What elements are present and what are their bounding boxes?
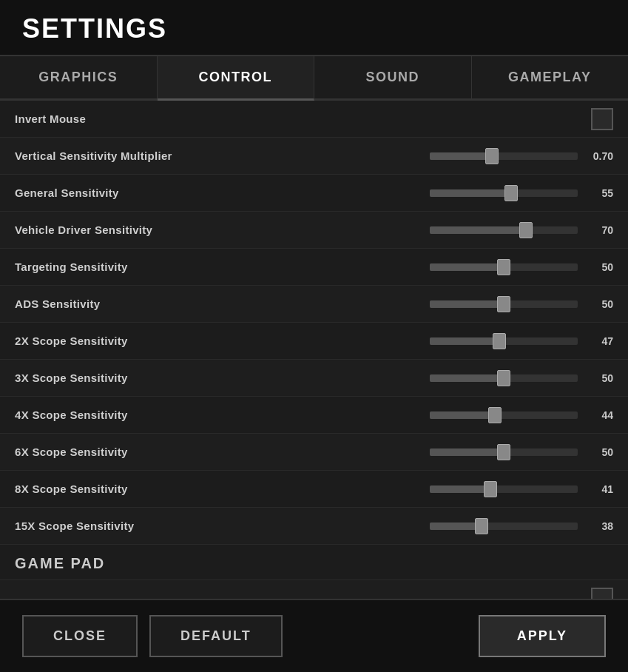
page-title: SETTINGS (22, 13, 606, 44)
setting-control-ads-sensitivity: 50 (222, 298, 613, 310)
slider-track-general-sensitivity[interactable] (430, 189, 578, 197)
setting-row-8x-scope-sensitivity: 8X Scope Sensitivity41 (0, 471, 628, 508)
setting-control-6x-scope-sensitivity: 50 (222, 446, 613, 458)
tab-graphics[interactable]: GRAPHICS (0, 56, 158, 101)
slider-track-6x-scope-sensitivity[interactable] (430, 448, 578, 456)
setting-label-ads-sensitivity: ADS Sensitivity (15, 298, 222, 310)
slider-value-15x-scope-sensitivity: 38 (585, 520, 613, 532)
setting-row-general-sensitivity: General Sensitivity55 (0, 175, 628, 212)
slider-value-ads-sensitivity: 50 (585, 298, 613, 310)
setting-control-targeting-sensitivity: 50 (222, 261, 613, 273)
slider-value-6x-scope-sensitivity: 50 (585, 446, 613, 458)
slider-track-vehicle-driver-sensitivity[interactable] (430, 226, 578, 234)
setting-row-ads-sensitivity: ADS Sensitivity50 (0, 286, 628, 323)
tabs-bar: GRAPHICSCONTROLSOUNDGAMEPLAY (0, 56, 628, 101)
slider-value-2x-scope-sensitivity: 47 (585, 335, 613, 347)
setting-row-15x-scope-sensitivity: 15X Scope Sensitivity38 (0, 508, 628, 545)
setting-label-invert-mouse: Invert Mouse (15, 112, 222, 125)
footer: CLOSE DEFAULT APPLY (0, 599, 628, 672)
checkbox-invert-mouse[interactable] (591, 108, 613, 130)
setting-label-vertical-sensitivity: Vertical Sensitivity Multiplier (15, 149, 222, 162)
setting-label-general-sensitivity: General Sensitivity (15, 187, 222, 199)
slider-track-15x-scope-sensitivity[interactable] (430, 523, 578, 530)
setting-control-invert-mouse (222, 108, 613, 130)
slider-value-vehicle-driver-sensitivity: 70 (585, 224, 613, 236)
slider-value-general-sensitivity: 55 (585, 187, 613, 199)
slider-track-ads-sensitivity[interactable] (430, 300, 578, 308)
slider-thumb-vertical-sensitivity[interactable] (485, 148, 499, 164)
tab-gameplay[interactable]: GAMEPLAY (472, 56, 629, 101)
setting-row-vertical-sensitivity: Vertical Sensitivity Multiplier0.70 (0, 138, 628, 175)
setting-label-6x-scope-sensitivity: 6X Scope Sensitivity (15, 446, 222, 458)
slider-thumb-15x-scope-sensitivity[interactable] (475, 518, 488, 534)
setting-label-2x-scope-sensitivity: 2X Scope Sensitivity (15, 335, 222, 347)
slider-thumb-4x-scope-sensitivity[interactable] (488, 407, 502, 423)
setting-row-invert-mouse: Invert Mouse (0, 101, 628, 138)
setting-row-6x-scope-sensitivity: 6X Scope Sensitivity50 (0, 434, 628, 471)
slider-value-targeting-sensitivity: 50 (585, 261, 613, 273)
slider-track-4x-scope-sensitivity[interactable] (430, 411, 578, 419)
apply-button[interactable]: APPLY (479, 615, 606, 657)
slider-track-2x-scope-sensitivity[interactable] (430, 337, 578, 345)
slider-thumb-3x-scope-sensitivity[interactable] (497, 370, 510, 386)
setting-control-4x-scope-sensitivity: 44 (222, 409, 613, 421)
slider-thumb-vehicle-driver-sensitivity[interactable] (519, 222, 533, 238)
setting-control-2x-scope-sensitivity: 47 (222, 335, 613, 347)
checkbox-partial[interactable] (591, 588, 613, 599)
slider-thumb-2x-scope-sensitivity[interactable] (493, 333, 506, 349)
slider-value-4x-scope-sensitivity: 44 (585, 409, 613, 421)
slider-value-3x-scope-sensitivity: 50 (585, 372, 613, 384)
slider-track-3x-scope-sensitivity[interactable] (430, 374, 578, 382)
setting-control-vertical-sensitivity: 0.70 (222, 150, 613, 162)
setting-control-8x-scope-sensitivity: 41 (222, 483, 613, 495)
setting-label-8x-scope-sensitivity: 8X Scope Sensitivity (15, 483, 222, 495)
setting-label-targeting-sensitivity: Targeting Sensitivity (15, 261, 222, 273)
setting-row-4x-scope-sensitivity: 4X Scope Sensitivity44 (0, 397, 628, 434)
setting-control-general-sensitivity: 55 (222, 187, 613, 199)
tab-control[interactable]: CONTROL (158, 56, 315, 101)
setting-label-3x-scope-sensitivity: 3X Scope Sensitivity (15, 372, 222, 384)
setting-label-4x-scope-sensitivity: 4X Scope Sensitivity (15, 409, 222, 421)
setting-label-15x-scope-sensitivity: 15X Scope Sensitivity (15, 520, 222, 532)
slider-track-vertical-sensitivity[interactable] (430, 152, 578, 160)
slider-track-8x-scope-sensitivity[interactable] (430, 485, 578, 493)
setting-row-partial (0, 580, 628, 599)
setting-control-15x-scope-sensitivity: 38 (222, 520, 613, 532)
settings-header: SETTINGS (0, 0, 628, 56)
default-button[interactable]: DEFAULT (149, 615, 283, 657)
setting-label-vehicle-driver-sensitivity: Vehicle Driver Sensitivity (15, 224, 222, 236)
slider-track-targeting-sensitivity[interactable] (430, 263, 578, 271)
slider-value-vertical-sensitivity: 0.70 (585, 150, 613, 162)
slider-thumb-8x-scope-sensitivity[interactable] (484, 481, 497, 497)
slider-thumb-targeting-sensitivity[interactable] (497, 259, 510, 275)
slider-thumb-6x-scope-sensitivity[interactable] (497, 444, 510, 460)
tab-sound[interactable]: SOUND (314, 56, 472, 101)
content-area: Invert MouseVertical Sensitivity Multipl… (0, 101, 628, 599)
setting-row-2x-scope-sensitivity: 2X Scope Sensitivity47 (0, 323, 628, 360)
slider-thumb-general-sensitivity[interactable] (504, 185, 518, 201)
setting-row-targeting-sensitivity: Targeting Sensitivity50 (0, 249, 628, 286)
gamepad-section-header: GAME PAD (0, 545, 628, 580)
slider-thumb-ads-sensitivity[interactable] (497, 296, 510, 312)
setting-control-3x-scope-sensitivity: 50 (222, 372, 613, 384)
slider-value-8x-scope-sensitivity: 41 (585, 483, 613, 495)
setting-row-3x-scope-sensitivity: 3X Scope Sensitivity50 (0, 360, 628, 397)
setting-row-vehicle-driver-sensitivity: Vehicle Driver Sensitivity70 (0, 212, 628, 249)
setting-control-vehicle-driver-sensitivity: 70 (222, 224, 613, 236)
close-button[interactable]: CLOSE (22, 615, 138, 657)
